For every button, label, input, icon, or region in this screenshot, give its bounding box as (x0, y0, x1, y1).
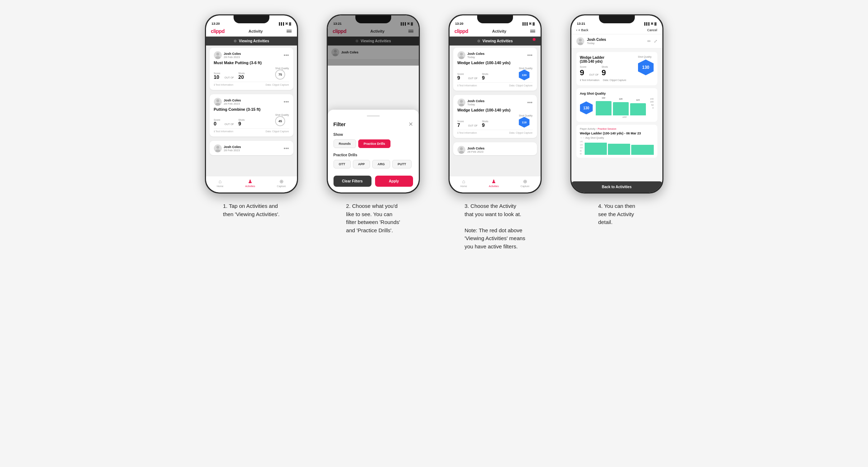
phone-notch-1 (234, 15, 269, 23)
y-label-100: 100 (650, 100, 653, 103)
activity-card-1-2[interactable]: Josh Coles 28 Feb 2023 ••• Putting Combi… (210, 94, 293, 137)
activity-card-3-1[interactable]: Josh Coles Today ••• Wedge Ladder (100-1… (453, 48, 537, 91)
more-icon-3-2[interactable]: ••• (527, 100, 533, 105)
nav-activities-3[interactable]: ♟ Activities (489, 178, 499, 187)
more-icon-3-1[interactable]: ••• (527, 52, 533, 58)
stats-row-3-1: Score 9 OUT OF Shots 9 Shot Quality 130 (457, 67, 533, 80)
score-val-3-2: 7 (457, 123, 464, 128)
user-info-1-2: Josh Coles 28 Feb 2023 (214, 98, 241, 106)
nav-home-label-1: Home (217, 185, 224, 187)
mini-chart: 1401201008060 (580, 140, 654, 155)
edit-icon[interactable]: ✏ (647, 39, 651, 44)
show-section-label: Show (334, 133, 413, 137)
battery-icon-3: ▓ (533, 22, 535, 25)
cancel-button[interactable]: Cancel (647, 28, 657, 32)
status-icons-3: ▐▐▐ ⌘ ▓ (522, 22, 535, 25)
status-icons-4: ▐▐▐ ⌘ ▓ (643, 22, 657, 25)
avatar-3-2 (457, 99, 465, 106)
nav-capture-label-3: Capture (521, 185, 529, 187)
mini-bar-1 (585, 143, 607, 155)
filter-icon-1: ⚙ (234, 39, 237, 43)
more-icon-1-3[interactable]: ••• (284, 146, 289, 151)
user-info-3-2: Josh Coles Today (457, 99, 485, 106)
chart-hex-label: 130 (580, 101, 593, 114)
more-icon-1-1[interactable]: ••• (284, 52, 289, 58)
detail-info: ℹ Test Information Data: Clippd Capture (580, 79, 654, 82)
app-header-1: clippd Activity (206, 26, 297, 37)
phone-3: 13:20 ▐▐▐ ⌘ ▓ clippd Activity ⚙ (449, 14, 542, 194)
more-icon-1-2[interactable]: ••• (284, 99, 289, 105)
practice-drills-section-label: Practice Drills (334, 153, 413, 157)
score-val-1-2: 0 (214, 121, 220, 126)
nav-activities-label-1: Activities (245, 185, 255, 187)
detail-main-card: Wedge Ladder(100-140 yds) Score 9 OUT OF… (576, 52, 657, 85)
modal-close-button[interactable]: ✕ (408, 121, 413, 128)
phone-1: 13:20 ▐▐▐ ⌘ ▓ clippd Activity (205, 14, 298, 194)
detail-content: Wedge Ladder(100-140 yds) Score 9 OUT OF… (571, 48, 662, 181)
detail-actions: ✏ ⤢ (647, 39, 657, 44)
card-title-1-1: Must Make Putting (3-6 ft) (214, 61, 289, 65)
nav-home-3[interactable]: ⌂ Home (460, 178, 467, 187)
svg-point-13 (459, 151, 464, 154)
phone-screen-2: 13:21 ▐▐▐ ⌘ ▓ clippd Activity ⚙ (328, 15, 419, 192)
shots-val-1-1: 20 (238, 75, 245, 80)
user-name-3-3: Josh Coles (467, 147, 485, 150)
red-dot-3 (533, 38, 536, 41)
activity-card-1-1[interactable]: Josh Coles 28 Feb 2023 ••• Must Make Put… (210, 48, 293, 90)
back-label: < Back (579, 28, 589, 32)
svg-point-9 (459, 56, 464, 59)
capture-icon-3: ⊕ (523, 178, 527, 184)
shots-val-3-1: 9 (482, 75, 488, 80)
back-to-activities-button[interactable]: Back to Activities (571, 181, 662, 192)
pill-putt[interactable]: PUTT (392, 160, 412, 168)
avatar-1-1 (214, 51, 222, 59)
battery-icon: ▓ (289, 22, 291, 25)
pill-practice-drills[interactable]: Practice Drills (358, 139, 390, 148)
drill-history-sq-label: →→ Avg Shot Quality (580, 137, 654, 139)
wifi-icon-3: ⌘ (529, 22, 532, 25)
pill-rounds[interactable]: Rounds (334, 139, 356, 148)
activity-card-3-2[interactable]: Josh Coles Today ••• Wedge Ladder (100-1… (453, 95, 537, 138)
modal-title: Filter (334, 121, 346, 127)
apply-button[interactable]: Apply (375, 176, 413, 187)
detail-user-info: Josh Coles Today (576, 37, 606, 45)
detail-score-val: 9 (580, 68, 584, 77)
menu-icon-3[interactable] (530, 30, 535, 33)
pill-app[interactable]: APP (353, 160, 370, 168)
drill-pills: OTT APP ARG PUTT (334, 160, 413, 168)
header-title-3: Activity (492, 29, 507, 33)
sq-val-3-2: 118 (519, 117, 529, 128)
viewing-bar-3[interactable]: ⚙ Viewing Activities (450, 37, 541, 46)
user-name-3-1: Josh Coles (467, 52, 485, 56)
menu-icon-1[interactable] (287, 30, 292, 33)
stats-row-1-2: Score 0 OUT OF Shots 9 Shot Quality 45 (214, 114, 289, 126)
dim-overlay (328, 15, 419, 66)
time-4: 13:21 (577, 22, 585, 25)
signal-icon-4: ▐▐▐ (643, 22, 649, 25)
pill-ott[interactable]: OTT (334, 160, 351, 168)
expand-icon[interactable]: ⤢ (654, 39, 657, 44)
capture-icon-1: ⊕ (279, 178, 284, 184)
nav-capture-3[interactable]: ⊕ Capture (521, 178, 529, 187)
card-title-1-2: Putting Combine (3-15 ft) (214, 107, 289, 111)
app-header-3: clippd Activity (450, 26, 541, 37)
phone-2: 13:21 ▐▐▐ ⌘ ▓ clippd Activity ⚙ (327, 14, 420, 194)
card-header-1-1: Josh Coles 28 Feb 2023 ••• (214, 51, 289, 59)
pill-arg[interactable]: ARG (372, 160, 390, 168)
nav-home-1[interactable]: ⌂ Home (217, 178, 224, 187)
nav-capture-1[interactable]: ⊕ Capture (277, 178, 286, 187)
detail-header: ‹ < Back Cancel (571, 26, 662, 34)
viewing-bar-1[interactable]: ⚙ Viewing Activities (206, 37, 297, 46)
detail-sq-hex: 130 (638, 59, 654, 75)
nav-activities-1[interactable]: ♟ Activities (245, 178, 255, 187)
phone-screen-3: 13:20 ▐▐▐ ⌘ ▓ clippd Activity ⚙ (450, 15, 541, 192)
card-header-3-1: Josh Coles Today ••• (457, 51, 533, 59)
logo-3: clippd (455, 28, 468, 34)
clear-filters-button[interactable]: Clear Filters (334, 176, 371, 187)
card-footer-1-2: ℹ Test Information Data: Clippd Capture (214, 128, 289, 133)
sq-label-1-2: Shot Quality (275, 114, 289, 116)
signal-icon: ▐▐▐ (278, 22, 284, 25)
sq-val-1-1: 75 (275, 70, 285, 80)
user-info-3-1: Josh Coles Today (457, 51, 485, 59)
back-button[interactable]: ‹ < Back (576, 28, 589, 32)
